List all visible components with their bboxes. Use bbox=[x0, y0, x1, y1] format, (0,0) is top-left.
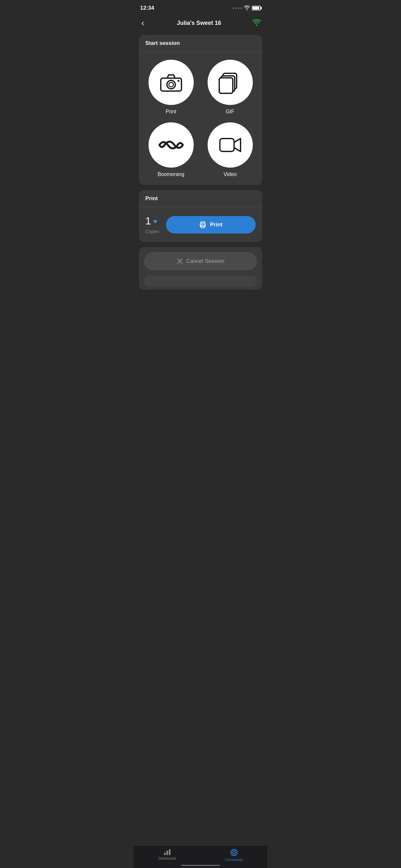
gif-label: GIF bbox=[226, 109, 235, 115]
cancel-session-button[interactable]: Cancel Session bbox=[144, 252, 257, 270]
print-label: Print bbox=[166, 109, 176, 115]
print-button[interactable]: Print bbox=[166, 216, 256, 234]
start-session-label: Start session bbox=[145, 40, 180, 46]
svg-rect-9 bbox=[220, 138, 234, 151]
gif-icon bbox=[219, 71, 242, 94]
video-label: Video bbox=[223, 172, 237, 177]
print-circle bbox=[149, 60, 194, 105]
session-item-video[interactable]: Video bbox=[204, 122, 256, 177]
status-time: 12:34 bbox=[140, 5, 154, 11]
print-card: Print 1 Copies Print bbox=[139, 190, 262, 242]
header: ‹ Julia's Sweet 16 bbox=[134, 14, 267, 35]
video-icon bbox=[219, 136, 242, 154]
boomerang-circle bbox=[149, 122, 194, 167]
signal-dots-icon bbox=[233, 7, 242, 9]
copies-value-display[interactable]: 1 bbox=[145, 215, 159, 227]
svg-point-1 bbox=[167, 81, 175, 89]
camera-icon bbox=[159, 73, 183, 92]
gif-circle bbox=[208, 60, 253, 105]
printer-icon bbox=[199, 221, 207, 228]
copies-dropdown-arrow[interactable] bbox=[153, 220, 158, 223]
print-btn-label: Print bbox=[210, 221, 222, 228]
page-title: Julia's Sweet 16 bbox=[146, 20, 252, 27]
battery-icon bbox=[252, 6, 261, 10]
back-button[interactable]: ‹ bbox=[140, 18, 146, 28]
copies-label: Copies bbox=[145, 229, 159, 234]
session-grid: Print GIF Boome bbox=[139, 52, 262, 185]
status-bar: 12:34 bbox=[134, 0, 267, 14]
session-item-print[interactable]: Print bbox=[145, 60, 197, 115]
boomerang-icon bbox=[158, 138, 184, 152]
print-card-header: Print bbox=[139, 190, 262, 207]
cancel-card: Cancel Session bbox=[139, 247, 262, 290]
wifi-icon bbox=[244, 6, 250, 10]
wifi-status-icon bbox=[252, 20, 261, 26]
status-icons bbox=[233, 6, 261, 10]
svg-rect-7 bbox=[219, 78, 233, 93]
svg-rect-3 bbox=[178, 80, 180, 82]
copies-number: 1 bbox=[145, 215, 151, 227]
partial-button[interactable] bbox=[144, 275, 257, 287]
session-item-gif[interactable]: GIF bbox=[204, 60, 256, 115]
start-session-header: Start session bbox=[139, 35, 262, 52]
cancel-session-label: Cancel Session bbox=[186, 258, 224, 265]
print-body: 1 Copies Print bbox=[139, 207, 262, 242]
video-circle bbox=[208, 122, 253, 167]
session-item-boomerang[interactable]: Boomerang bbox=[145, 122, 197, 177]
start-session-card: Start session Print bbox=[139, 35, 262, 185]
boomerang-label: Boomerang bbox=[158, 172, 184, 177]
cancel-card-inner: Cancel Session bbox=[139, 252, 262, 287]
svg-point-2 bbox=[169, 82, 174, 87]
copies-selector[interactable]: 1 Copies bbox=[145, 215, 159, 234]
print-section-label: Print bbox=[145, 195, 158, 202]
x-icon bbox=[177, 258, 183, 265]
